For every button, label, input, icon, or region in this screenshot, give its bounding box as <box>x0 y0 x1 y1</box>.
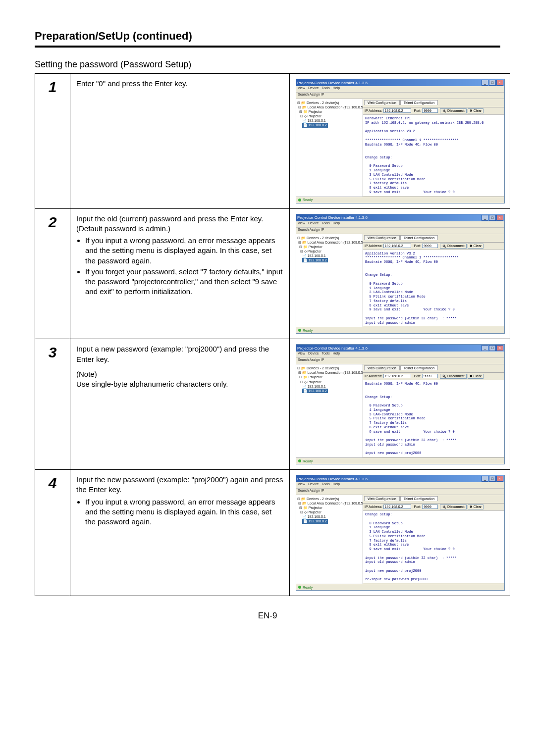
tab-telnet-config[interactable]: Telnet Configuration <box>400 100 438 105</box>
toolbar: Search Assign IP <box>296 357 504 364</box>
menu-item[interactable]: Help <box>333 221 340 225</box>
tree-selected-ip[interactable]: 📄 192.168.0.2 <box>302 258 328 262</box>
step-row: 2Input the old (current) password and pr… <box>35 208 510 339</box>
max-button[interactable]: □ <box>489 80 496 86</box>
max-button[interactable]: □ <box>489 345 496 351</box>
port-field[interactable]: 9999 <box>422 504 438 509</box>
clear-button[interactable]: ✖ Clear <box>468 244 484 249</box>
tab-telnet-config[interactable]: Telnet Configuration <box>400 365 438 370</box>
port-field[interactable]: 9999 <box>422 108 438 113</box>
ip-field[interactable]: 192.168.0.2 <box>383 108 411 113</box>
clear-button[interactable]: ✖ Clear <box>468 374 484 379</box>
menu-bar: ViewDeviceToolsHelp <box>296 482 504 488</box>
ip-label: IP Address: <box>365 244 382 248</box>
max-button[interactable]: □ <box>489 215 496 221</box>
min-button[interactable]: _ <box>482 80 488 86</box>
disconnect-button[interactable]: 🔌 Disconnect <box>440 244 467 249</box>
tab-web-config[interactable]: Web Configuration <box>364 365 400 370</box>
min-button[interactable]: _ <box>482 476 488 482</box>
tab-telnet-config[interactable]: Telnet Configuration <box>400 496 438 501</box>
menu-item[interactable]: Device <box>308 221 319 225</box>
menu-bar: ViewDeviceToolsHelp <box>296 352 504 357</box>
menu-item[interactable]: Device <box>308 86 319 90</box>
toolbar: Search Assign IP <box>296 488 504 495</box>
tab-web-config[interactable]: Web Configuration <box>364 496 400 501</box>
window-titlebar: Projector-Control DeviceInstaller 4.1.3.… <box>296 79 504 86</box>
step-bullets: If you input a wrong password, an error … <box>76 497 283 527</box>
config-tabs: Web ConfigurationTelnet Configuration <box>363 99 504 107</box>
telnet-terminal[interactable]: Application version V3.2 ***************… <box>363 250 504 327</box>
step-number: 1 <box>35 74 70 209</box>
close-button[interactable]: × <box>496 80 503 86</box>
step-row: 3Input a new password (example: "proj200… <box>35 339 510 470</box>
tab-web-config[interactable]: Web Configuration <box>364 100 400 105</box>
disconnect-button[interactable]: 🔌 Disconnect <box>440 504 467 509</box>
telnet-terminal[interactable]: Change Setup: 0 Password Setup 1 languag… <box>363 511 504 584</box>
menu-item[interactable]: Tools <box>321 352 329 355</box>
device-tree[interactable]: ⊟ 📂 Devices - 2 device(s) ⊟ 📂 Local Area… <box>296 234 363 327</box>
port-field[interactable]: 9999 <box>422 374 438 378</box>
status-bar: Ready <box>296 457 504 464</box>
close-button[interactable]: × <box>496 345 503 351</box>
window-title: Projector-Control DeviceInstaller 4.1.3.… <box>297 81 368 85</box>
clear-button[interactable]: ✖ Clear <box>468 108 484 113</box>
connection-toolbar: IP Address: 192.168.0.2 Port: 9999 🔌 Dis… <box>363 107 504 115</box>
tab-web-config[interactable]: Web Configuration <box>364 235 400 240</box>
menu-item[interactable]: Tools <box>321 482 329 486</box>
min-button[interactable]: _ <box>482 215 488 221</box>
menu-item[interactable]: Help <box>333 482 340 486</box>
max-button[interactable]: □ <box>489 476 496 482</box>
port-field[interactable]: 9999 <box>422 244 438 248</box>
ip-field[interactable]: 192.168.0.2 <box>383 504 411 509</box>
clear-button[interactable]: ✖ Clear <box>468 504 484 509</box>
tree-selected-ip[interactable]: 📄 192.168.0.2 <box>302 389 328 393</box>
step-screenshot-cell: Projector-Control DeviceInstaller 4.1.3.… <box>290 208 510 339</box>
menu-item[interactable]: View <box>298 86 305 90</box>
steps-table: 1Enter "0" and press the Enter key.Proje… <box>35 73 510 596</box>
step-bullet: If you input a wrong password, an error … <box>85 236 283 266</box>
menu-item[interactable]: Device <box>308 352 319 355</box>
ip-label: IP Address: <box>365 505 382 508</box>
status-text: Ready <box>303 329 313 332</box>
menu-item[interactable]: View <box>298 352 305 355</box>
step-bullet: If you input a wrong password, an error … <box>85 497 283 527</box>
device-tree[interactable]: ⊟ 📂 Devices - 2 device(s) ⊟ 📂 Local Area… <box>296 364 363 457</box>
step-text: Input the new password (example: "proj20… <box>76 475 283 495</box>
status-text: Ready <box>303 459 313 463</box>
menu-item[interactable]: View <box>298 221 305 225</box>
tab-telnet-config[interactable]: Telnet Configuration <box>400 235 438 240</box>
ip-field[interactable]: 192.168.0.2 <box>383 374 411 378</box>
menu-item[interactable]: Tools <box>321 221 329 225</box>
tree-selected-ip[interactable]: 📄 192.168.0.2 <box>302 123 328 127</box>
telnet-terminal[interactable]: Baudrate 9600, I/F Mode 4C, Flow 00 Chan… <box>363 380 504 457</box>
status-bar: Ready <box>296 327 504 333</box>
tree-selected-ip[interactable]: 📄 192.168.0.2 <box>302 519 328 523</box>
step-row: 1Enter "0" and press the Enter key.Proje… <box>35 74 510 209</box>
close-button[interactable]: × <box>496 476 503 482</box>
connection-toolbar: IP Address: 192.168.0.2 Port: 9999 🔌 Dis… <box>363 243 504 250</box>
window-title: Projector-Control DeviceInstaller 4.1.3.… <box>297 215 368 220</box>
step-bullet: If you forget your password, select "7 f… <box>85 267 283 297</box>
step-row: 4Input the new password (example: "proj2… <box>35 470 510 596</box>
menu-item[interactable]: View <box>298 482 305 486</box>
app-window: Projector-Control DeviceInstaller 4.1.3.… <box>296 79 505 203</box>
device-tree[interactable]: ⊟ 📂 Devices - 2 device(s) ⊟ 📂 Local Area… <box>296 495 363 584</box>
min-button[interactable]: _ <box>482 345 488 351</box>
port-label: Port: <box>414 374 421 378</box>
status-text: Ready <box>303 198 313 202</box>
step-number: 2 <box>35 208 70 339</box>
window-title: Projector-Control DeviceInstaller 4.1.3.… <box>297 477 368 481</box>
note-text: Use single-byte alphanumeric characters … <box>76 379 283 389</box>
ip-field[interactable]: 192.168.0.2 <box>383 244 411 248</box>
menu-item[interactable]: Help <box>333 352 340 355</box>
close-button[interactable]: × <box>496 215 503 221</box>
disconnect-button[interactable]: 🔌 Disconnect <box>440 374 467 379</box>
menu-item[interactable]: Tools <box>321 86 329 90</box>
disconnect-button[interactable]: 🔌 Disconnect <box>440 108 467 113</box>
app-window: Projector-Control DeviceInstaller 4.1.3.… <box>296 344 505 464</box>
note-label: (Note) <box>76 369 283 379</box>
menu-item[interactable]: Device <box>308 482 319 486</box>
device-tree[interactable]: ⊟ 📂 Devices - 2 device(s) ⊟ 📂 Local Area… <box>296 99 363 197</box>
menu-item[interactable]: Help <box>333 86 340 90</box>
telnet-terminal[interactable]: Hardware: Ethernet TPI IP addr 192.168.0… <box>363 115 504 197</box>
